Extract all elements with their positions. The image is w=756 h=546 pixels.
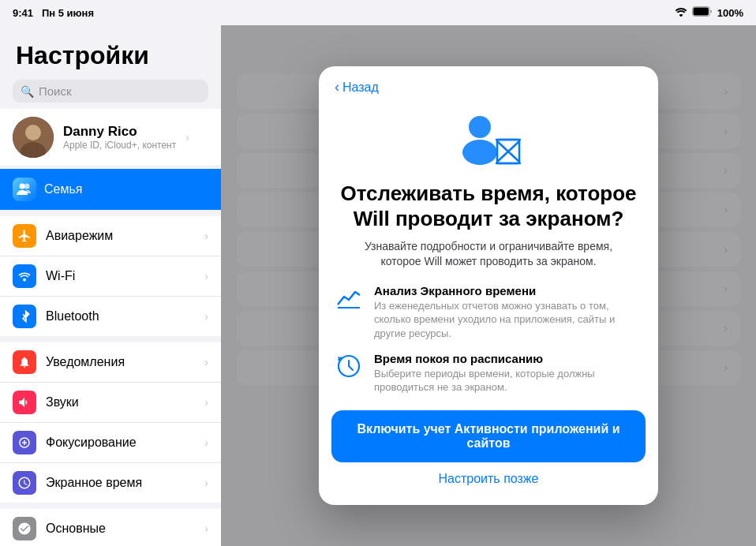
feature-analysis: Анализ Экранного времени Из еженедельных…: [335, 284, 642, 341]
sidebar-item-airplane[interactable]: Авиарежим ›: [0, 216, 221, 256]
feature-downtime-desc: Выберите периоды времени, которые должны…: [374, 367, 642, 395]
search-placeholder: Поиск: [39, 84, 72, 98]
modal-header: ‹ Назад: [319, 66, 658, 95]
family-label: Семья: [44, 182, 82, 196]
modal-icon-area: [319, 102, 658, 181]
sounds-icon: [13, 391, 36, 414]
wifi-settings-icon: [13, 264, 36, 288]
sidebar-item-wifi[interactable]: Wi-Fi ›: [0, 256, 221, 297]
settings-group-network: Авиарежим › Wi-Fi ›: [0, 216, 221, 336]
sidebar: Настройки 🔍 Поиск Danny Rico Apple ID, i…: [0, 25, 221, 546]
modal-subtitle: Узнавайте подробности и ограничивайте вр…: [319, 239, 658, 270]
downtime-icon: [335, 352, 363, 380]
notifications-icon: [13, 350, 36, 374]
search-icon: 🔍: [21, 85, 34, 98]
bluetooth-chevron: ›: [204, 310, 208, 323]
general-icon: [13, 517, 36, 540]
screentime-icon: [13, 471, 36, 495]
sounds-label: Звуки: [46, 395, 195, 410]
wifi-chevron: ›: [204, 270, 208, 282]
svg-point-3: [25, 125, 41, 140]
status-indicators: 100%: [675, 6, 743, 19]
enable-button[interactable]: Включить учет Активности приложений и са…: [331, 410, 646, 462]
modal-dialog: ‹ Назад: [319, 66, 658, 504]
svg-point-6: [24, 184, 30, 189]
settings-group-alerts: Уведомления › Звуки › Фокусировани: [0, 342, 221, 503]
svg-point-5: [20, 184, 25, 189]
sidebar-item-screentime[interactable]: Экранное время ›: [0, 463, 221, 503]
feature-downtime-title: Время покоя по расписанию: [374, 352, 642, 365]
sidebar-item-sounds[interactable]: Звуки ›: [0, 383, 221, 423]
feature-downtime: Время покоя по расписанию Выберите перио…: [335, 352, 642, 395]
search-bar[interactable]: 🔍 Поиск: [13, 80, 208, 103]
svg-rect-1: [693, 8, 709, 16]
wifi-label: Wi-Fi: [46, 269, 195, 283]
airplane-label: Авиарежим: [46, 229, 195, 243]
main-content: › › › › › › ›: [221, 25, 756, 546]
battery-percent: 100%: [717, 7, 743, 19]
back-label: Назад: [342, 80, 379, 95]
bluetooth-icon: [13, 305, 36, 328]
bluetooth-label: Bluetooth: [46, 309, 195, 323]
svg-point-7: [23, 279, 26, 282]
sidebar-item-bluetooth[interactable]: Bluetooth ›: [0, 297, 221, 336]
settings-group-system: Основные › Пункт управления ›: [0, 509, 221, 546]
profile-name: Danny Rico: [63, 124, 176, 140]
settings-container: Настройки 🔍 Поиск Danny Rico Apple ID, i…: [0, 25, 756, 546]
back-chevron-icon: ‹: [335, 79, 339, 95]
svg-line-20: [349, 366, 353, 370]
back-button[interactable]: ‹ Назад: [335, 79, 642, 95]
airplane-chevron: ›: [204, 230, 208, 242]
profile-chevron: ›: [185, 131, 189, 144]
svg-point-13: [462, 140, 497, 165]
general-label: Основные: [46, 522, 195, 536]
wifi-icon: [675, 7, 687, 19]
modal-overlay: ‹ Назад: [221, 25, 756, 546]
avatar: [13, 117, 54, 158]
profile-subtitle: Apple ID, iCloud+, контент: [63, 140, 176, 151]
sidebar-item-notifications[interactable]: Уведомления ›: [0, 342, 221, 383]
status-time: 9:41 Пн 5 июня: [13, 7, 94, 19]
configure-later-button[interactable]: Настроить позже: [319, 472, 658, 486]
sidebar-item-general[interactable]: Основные ›: [0, 509, 221, 546]
profile-info: Danny Rico Apple ID, iCloud+, контент: [63, 124, 176, 151]
modal-title: Отслеживать время, которое Will проводит…: [319, 181, 658, 230]
status-bar: 9:41 Пн 5 июня 100%: [0, 0, 756, 25]
focus-label: Фокусирование: [46, 436, 195, 450]
feature-analysis-desc: Из еженедельных отчетов можно узнавать о…: [374, 299, 642, 341]
focus-icon: [13, 431, 36, 454]
sidebar-item-family[interactable]: Семья: [0, 169, 221, 210]
profile-row[interactable]: Danny Rico Apple ID, iCloud+, контент ›: [0, 109, 221, 166]
notifications-label: Уведомления: [46, 355, 195, 369]
feature-analysis-title: Анализ Экранного времени: [374, 284, 642, 297]
sidebar-title: Настройки: [0, 35, 221, 77]
screentime-label: Экранное время: [46, 476, 195, 490]
airplane-icon: [13, 224, 36, 248]
modal-features: Анализ Экранного времени Из еженедельных…: [319, 284, 658, 395]
svg-point-12: [469, 116, 491, 138]
hero-icon: [453, 110, 524, 169]
sidebar-item-focus[interactable]: Фокусирование ›: [0, 423, 221, 463]
analysis-icon: [335, 284, 363, 312]
family-icon: [13, 178, 36, 201]
battery-icon: [692, 6, 713, 19]
